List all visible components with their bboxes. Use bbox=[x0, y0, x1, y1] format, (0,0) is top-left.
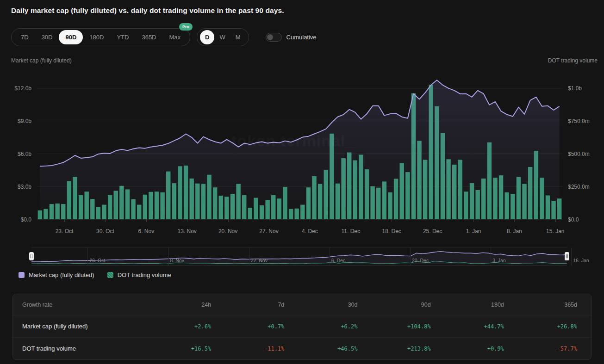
x-axis-tick-mark bbox=[310, 220, 310, 222]
growth-value-cell: +16.5% bbox=[152, 345, 225, 352]
growth-value-cell: +0.7% bbox=[225, 323, 298, 330]
brush-handle-left[interactable] bbox=[29, 252, 34, 260]
x-axis-tick-mark bbox=[555, 220, 556, 222]
x-axis-tick-label: 27. Nov bbox=[259, 228, 278, 234]
x-axis-tick-label: 1. Jan bbox=[466, 228, 481, 234]
growth-value: +104.8% bbox=[407, 323, 431, 330]
growth-value: +6.2% bbox=[341, 323, 357, 330]
freq-tab-group: DWM bbox=[197, 28, 249, 46]
token-terminal-chart-page: Daily market cap (fully diluted) vs. dai… bbox=[0, 0, 604, 364]
left-axis-tick-label: $12.0b bbox=[14, 85, 31, 92]
minimap-date-label: 3. Jan bbox=[491, 258, 506, 263]
table-row: DOT trading volume+16.5%-11.1%+46.5%+213… bbox=[13, 337, 591, 359]
cumulative-toggle[interactable] bbox=[266, 33, 282, 42]
minimap-date-label: 6. Dec bbox=[330, 258, 345, 263]
growth-value-cell: +44.7% bbox=[445, 323, 518, 330]
x-axis-tick-label: 8. Jan bbox=[507, 228, 522, 234]
right-axis-tick-label: $1.0b bbox=[568, 85, 582, 92]
growth-value: +16.5% bbox=[191, 345, 211, 352]
x-axis-tick-mark bbox=[351, 220, 351, 222]
freq-tab-d[interactable]: D bbox=[200, 30, 214, 44]
range-tab-7d[interactable]: 7D bbox=[14, 30, 35, 44]
growth-value: +213.8% bbox=[407, 345, 431, 352]
left-axis-tick-label: $0.0 bbox=[21, 216, 31, 223]
growth-value-cell: -11.1% bbox=[225, 345, 298, 352]
row-label: DOT trading volume bbox=[13, 345, 152, 352]
x-axis-tick-mark bbox=[514, 220, 515, 222]
left-axis-tick-label: $6.0b bbox=[18, 151, 31, 157]
x-axis-tick-mark bbox=[187, 220, 187, 222]
growth-value-cell: +213.8% bbox=[372, 345, 445, 352]
legend-label: DOT trading volume bbox=[118, 271, 171, 278]
cumulative-control: Cumulative bbox=[266, 33, 317, 42]
range-tab-90d[interactable]: 90D bbox=[59, 30, 83, 44]
minimap-date-label: 16. Jan bbox=[571, 258, 589, 263]
range-tab-group: 7D30D90D180DYTD365DMaxPro bbox=[11, 28, 190, 46]
x-axis-tick-label: 4. Dec bbox=[302, 228, 318, 234]
market-cap-area bbox=[40, 80, 559, 219]
chart-controls: 7D30D90D180DYTD365DMaxPro DWM Cumulative bbox=[11, 28, 317, 46]
row-label: Market cap (fully diluted) bbox=[13, 323, 152, 330]
x-axis-tick-mark bbox=[433, 220, 433, 222]
x-axis-tick-mark bbox=[269, 220, 269, 222]
growth-col-header-24h: 24h bbox=[152, 302, 225, 308]
growth-value: +2.6% bbox=[194, 323, 211, 330]
x-axis-tick-label: 25. Dec bbox=[423, 228, 442, 234]
freq-tab-w[interactable]: W bbox=[214, 30, 230, 44]
growth-table-title: Growth rate bbox=[13, 302, 152, 308]
growth-table-header-row: Growth rate24h7d30d90d180d365d bbox=[13, 294, 591, 315]
left-axis-tick-label: $9.0b bbox=[18, 118, 31, 124]
legend-item-market-cap: Market cap (fully diluted) bbox=[19, 271, 94, 278]
minimap-date-label: 20. Dec bbox=[410, 258, 429, 263]
x-axis-tick-label: 30. Oct bbox=[96, 228, 114, 234]
growth-value-cell: +2.6% bbox=[152, 323, 225, 330]
legend-label: Market cap (fully diluted) bbox=[29, 271, 94, 278]
left-axis-tick-label: $3.0b bbox=[18, 184, 31, 190]
volume-swatch-icon bbox=[107, 272, 113, 278]
brush-handle-right[interactable] bbox=[565, 252, 569, 260]
growth-value-cell: +46.5% bbox=[298, 345, 371, 352]
range-tab-30d[interactable]: 30D bbox=[35, 30, 59, 44]
growth-value: -57.7% bbox=[557, 345, 577, 352]
growth-col-header-90d: 90d bbox=[372, 302, 445, 308]
growth-value-cell: +6.2% bbox=[298, 323, 371, 330]
x-axis-tick-label: 23. Oct bbox=[56, 228, 74, 234]
growth-col-header-365d: 365d bbox=[518, 302, 591, 308]
range-tab-365d[interactable]: 365D bbox=[135, 30, 162, 44]
freq-tab-m[interactable]: M bbox=[230, 30, 246, 44]
x-axis-tick-label: 20. Nov bbox=[218, 228, 237, 234]
growth-rate-table: Growth rate24h7d30d90d180d365dMarket cap… bbox=[12, 294, 592, 360]
minimap-date-label: 26. Oct bbox=[87, 258, 105, 263]
legend-item-volume: DOT trading volume bbox=[107, 271, 171, 278]
main-chart-svg[interactable] bbox=[37, 72, 562, 219]
minimap-date-label: 8. Nov bbox=[168, 258, 184, 263]
x-axis-tick-label: 13. Nov bbox=[178, 228, 197, 234]
range-tab-180d[interactable]: 180D bbox=[83, 30, 110, 44]
pro-badge: Pro bbox=[179, 23, 193, 31]
cumulative-label: Cumulative bbox=[286, 34, 317, 41]
right-axis-tick-label: $500.0m bbox=[568, 151, 590, 157]
table-row: Market cap (fully diluted)+2.6%+0.7%+6.2… bbox=[13, 315, 591, 337]
range-tab-ytd[interactable]: YTD bbox=[110, 30, 135, 44]
x-axis-tick-label: 11. Dec bbox=[342, 228, 360, 234]
right-axis-title: DOT trading volume bbox=[548, 57, 598, 64]
growth-value-cell: +104.8% bbox=[372, 323, 445, 330]
x-axis-tick-mark bbox=[392, 220, 392, 222]
growth-value: +26.8% bbox=[557, 323, 577, 330]
toggle-knob-icon bbox=[267, 34, 273, 40]
x-axis-tick-mark bbox=[228, 220, 229, 222]
page-title: Daily market cap (fully diluted) vs. dai… bbox=[11, 6, 284, 15]
right-axis-ticks: $1.0b$750.0m$500.0m$250.0m$0.0 bbox=[567, 72, 604, 220]
minimap-brush-area[interactable]: 26. Oct8. Nov22. Nov6. Dec20. Dec3. Jan1… bbox=[31, 247, 567, 266]
left-axis-ticks: $12.0b$9.0b$6.0b$3.0b$0.0 bbox=[0, 72, 33, 220]
left-axis-title: Market cap (fully diluted) bbox=[11, 57, 72, 64]
minimap-svg bbox=[31, 247, 567, 265]
growth-value: +0.9% bbox=[487, 345, 504, 352]
growth-value-cell: +0.9% bbox=[445, 345, 518, 352]
x-axis-tick-mark bbox=[146, 220, 147, 222]
chart-legend: Market cap (fully diluted)DOT trading vo… bbox=[19, 271, 171, 278]
minimap-date-label: 22. Nov bbox=[249, 258, 268, 263]
growth-value: +44.7% bbox=[484, 323, 504, 330]
range-tab-max[interactable]: Max bbox=[163, 30, 187, 44]
main-chart-area[interactable]: token terminal_ 23. Oct30. Oct6. Nov13. … bbox=[37, 72, 562, 220]
